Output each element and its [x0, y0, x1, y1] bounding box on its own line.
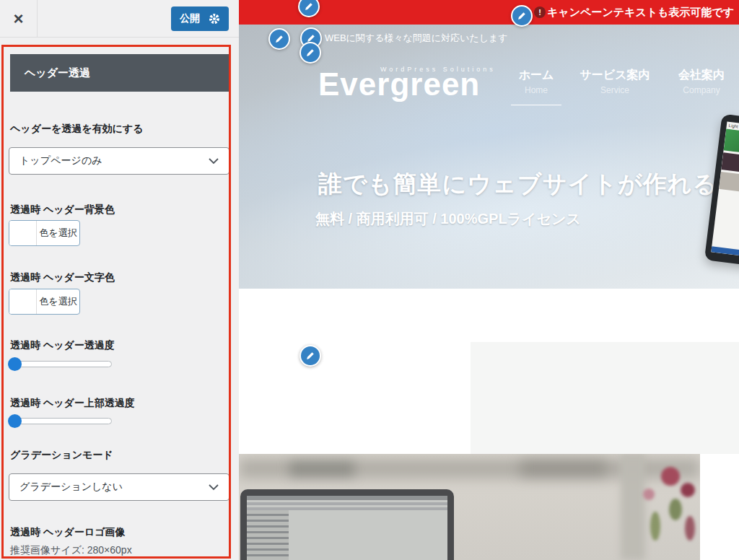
tablet-photo-image — [719, 172, 739, 195]
top-opacity-slider[interactable] — [9, 418, 112, 424]
photo-laptop — [240, 489, 454, 560]
opacity-slider-thumb[interactable] — [8, 357, 22, 371]
nav-label: ホーム — [511, 68, 561, 83]
photo-flower — [681, 483, 695, 497]
close-icon: × — [13, 9, 23, 29]
nav-sublabel: Company — [665, 85, 738, 95]
color-picker-label: 色を選択 — [37, 289, 79, 314]
publish-button-group[interactable]: 公開 — [171, 6, 229, 31]
text-color-picker-button[interactable]: 色を選択 — [9, 289, 80, 315]
gradation-mode-select[interactable]: グラデーションしない — [9, 473, 229, 501]
enable-transparency-select[interactable]: トップページのみ — [9, 147, 229, 175]
photo-blurred-pole — [621, 454, 645, 560]
photo-flower — [643, 489, 655, 500]
control-label-top-opacity: 透過時 ヘッダー上部透過度 — [10, 397, 135, 410]
site-logo[interactable]: Evergreen — [318, 66, 480, 102]
content-gray-panel — [471, 342, 739, 454]
bg-color-picker-button[interactable]: 色を選択 — [9, 220, 80, 246]
nav-sublabel: Service — [579, 85, 651, 95]
chevron-down-icon — [209, 484, 219, 491]
warning-icon: ! — [534, 6, 546, 18]
nav-item-home[interactable]: ホーム Home — [511, 68, 561, 95]
photo-blur-background — [520, 460, 607, 477]
chevron-down-icon — [209, 158, 219, 165]
photo-leaves — [669, 499, 682, 520]
site-preview: ! キャンペーンテキストも表示可能です WEBに関する様々な問題に対応いたします… — [239, 0, 739, 560]
close-customizer-button[interactable]: × — [0, 0, 38, 37]
nav-item-service[interactable]: サービス案内 Service — [579, 68, 651, 95]
control-label-opacity: 透過時 ヘッダー透過度 — [10, 339, 115, 352]
section-title-header-transparency[interactable]: ヘッダー透過 — [10, 54, 229, 92]
photo-leaves — [650, 512, 660, 541]
nav-sublabel: Home — [511, 85, 561, 95]
section-title-label: ヘッダー透過 — [25, 66, 90, 80]
publish-settings-gear-icon[interactable] — [209, 13, 220, 25]
customizer-sidebar: × 公開 ヘッダー透過 ヘッダーを透過を有効にする トップページのみ 透過時 ヘ… — [0, 0, 239, 560]
photo-blur-background — [289, 461, 354, 477]
hero-title: 誰でも簡単にウェブサイトが作れる — [318, 168, 717, 201]
tablet-footer-bar — [711, 246, 739, 258]
select-value: トップページのみ — [19, 154, 102, 167]
control-label-gradation-mode: グラデーションモード — [10, 449, 113, 462]
color-picker-label: 色を選択 — [37, 221, 79, 245]
control-label-bg-color: 透過時 ヘッダー背景色 — [10, 204, 115, 216]
top-opacity-slider-thumb[interactable] — [8, 414, 22, 428]
nav-item-company[interactable]: 会社案内 Company — [665, 68, 738, 95]
campaign-text: キャンペーンテキストも表示可能です — [547, 0, 734, 25]
nav-label: 会社案内 — [665, 68, 738, 83]
publish-button[interactable]: 公開 — [180, 12, 200, 25]
bottom-photo-section — [239, 454, 700, 560]
edit-campaign-pencil-icon[interactable] — [511, 5, 533, 27]
nav-label: サービス案内 — [579, 68, 651, 83]
photo-flower — [661, 467, 680, 486]
edit-logo-pencil-icon[interactable] — [268, 28, 290, 50]
color-swatch — [9, 221, 37, 245]
edit-site-title-pencil-icon[interactable] — [299, 42, 321, 64]
customizer-topbar: × 公開 — [0, 0, 239, 38]
header-tagline: WEBに関する様々な問題に対応いたします — [325, 32, 508, 45]
photo-flower — [685, 516, 695, 541]
control-label-logo-image: 透過時 ヘッダーロゴ画像 — [10, 526, 126, 539]
select-value: グラデーションしない — [19, 481, 123, 494]
color-swatch — [9, 289, 37, 314]
photo-laptop-screen — [247, 496, 447, 560]
opacity-slider[interactable] — [9, 361, 112, 367]
hero-header: WEBに関する様々な問題に対応いたします WordPress Solutions… — [239, 25, 739, 289]
control-label-enable-transparency: ヘッダーを透過を有効にする — [10, 123, 144, 136]
edit-section-pencil-icon[interactable] — [299, 345, 321, 367]
logo-image-size-hint: 推奨画像サイズ: 280×60px — [10, 544, 132, 557]
hero-subtitle: 無料 / 商用利用可 / 100%GPLライセンス — [315, 209, 581, 229]
control-label-text-color: 透過時 ヘッダー文字色 — [10, 271, 115, 284]
active-nav-underline — [511, 105, 561, 105]
